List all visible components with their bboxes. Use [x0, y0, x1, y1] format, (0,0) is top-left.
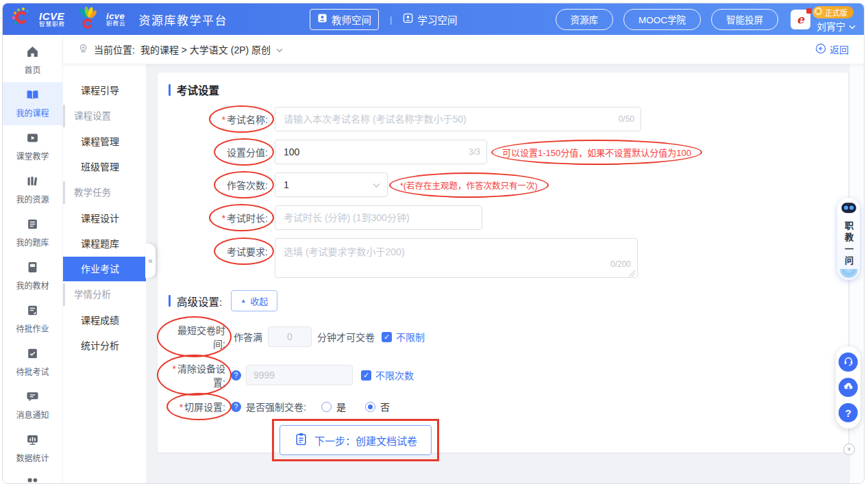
breadcrumb-location-label: 当前位置: [94, 42, 135, 56]
header-pill-nav: 资源库 MOOC学院 智能投屏 [556, 9, 779, 30]
annotation-ellipse: 最短交卷时间: [169, 323, 227, 350]
menu-item-course-management[interactable]: 课程管理 [63, 129, 146, 154]
exam-doc-icon [26, 347, 39, 362]
breadcrumb-bar: 当前位置: 我的课程 > 大学语文 (2P) 原创 返回 [63, 35, 864, 64]
menu-item-course-question-bank[interactable]: 课程题库 [63, 231, 146, 256]
unlimited-checkbox[interactable]: ✓ [382, 332, 392, 342]
sidebar-item-my-resources[interactable]: 我的资源 [3, 168, 62, 211]
menu-section-learning-analysis: 学情分析 [63, 283, 146, 306]
floating-toolbar: ? [836, 346, 860, 428]
attempts-row: 作答次数: 1 *(若存在主观题，作答次数只有一次) [169, 172, 848, 197]
sidebar-item-my-courses[interactable]: 我的课程 [3, 82, 62, 125]
screen-switch-label: 切屏设置: [184, 402, 225, 413]
menu-item-course-design[interactable]: 课程设计 [63, 206, 146, 231]
assistant-widget[interactable]: 职教一问 [837, 198, 860, 280]
force-submit-radio-no[interactable] [365, 402, 375, 412]
sidebar-item-message-notifications[interactable]: 消息通知 [3, 384, 62, 427]
learning-space-button[interactable]: 学习空间 [403, 12, 457, 27]
score-input[interactable] [275, 140, 487, 164]
menu-item-course-grades[interactable]: 课程成绩 [63, 308, 146, 333]
page-title: 考试设置 [177, 82, 219, 97]
sidebar-item-home[interactable]: 首页 [3, 39, 62, 82]
question-mark-icon: ? [845, 407, 851, 419]
min-submit-time-input[interactable] [268, 326, 312, 347]
score-hint: 可以设置1-150分值，如果不设置默认分值为100 [502, 148, 691, 158]
apps-grid-icon [26, 476, 39, 484]
next-step-button[interactable]: 下一步：创建文档试卷 [280, 425, 432, 455]
sidebar-item-my-question-bank[interactable]: 我的题库 [3, 211, 62, 255]
chevron-down-icon [373, 179, 380, 190]
menu-section-teaching-tasks: 教学任务 [63, 181, 146, 204]
collapse-button[interactable]: ▲ 收起 [231, 290, 277, 311]
smart-cast-button[interactable]: 智能投屏 [711, 9, 778, 30]
customer-service-button[interactable] [839, 352, 858, 372]
homework-doc-icon [26, 304, 39, 319]
triangle-up-icon: ▲ [240, 298, 246, 304]
unlimited-times-checkbox-label[interactable]: 不限次数 [375, 368, 414, 382]
force-submit-question: 是否强制交卷: [246, 400, 306, 413]
nav-divider: | [390, 14, 392, 25]
help-icon[interactable]: ? [231, 402, 241, 412]
requirements-row: 考试要求: 0/200 [169, 238, 848, 281]
section-accent-bar [169, 84, 171, 96]
attempts-select[interactable]: 1 [275, 172, 388, 197]
sidebar-item-pending-homework[interactable]: 待批作业 [3, 298, 62, 341]
zjy-peacock-logo-icon [75, 6, 100, 32]
close-icon[interactable]: × [843, 444, 855, 455]
help-button[interactable]: ? [839, 403, 858, 422]
exam-name-counter: 0/50 [619, 114, 634, 124]
menu-item-class-management[interactable]: 班级管理 [63, 155, 146, 179]
logo1-text: ICVE 智慧职教 [39, 11, 65, 28]
duration-input[interactable] [275, 205, 482, 230]
menu-item-statistics-analysis[interactable]: 统计分析 [63, 333, 146, 358]
min-submit-time-label: 最短交卷时间: [177, 325, 225, 350]
menu-collapse-handle[interactable]: « [145, 244, 156, 278]
min-submit-suffix: 分钟才可交卷 [317, 330, 375, 344]
clear-device-input[interactable] [246, 365, 353, 385]
resize-handle[interactable] [629, 270, 635, 277]
sidebar-item-third-party-apps[interactable]: 第三方应用 [3, 470, 62, 484]
attempts-label: 作答次数: [227, 180, 268, 191]
home-icon [26, 45, 39, 60]
annotation-ellipse: 设置分值: [225, 145, 269, 159]
sidebar-item-my-textbooks[interactable]: 我的教材 [3, 255, 62, 298]
menu-item-course-guide[interactable]: 课程引导 [63, 78, 146, 103]
breadcrumb[interactable]: 当前位置: 我的课程 > 大学语文 (2P) 原创 [78, 42, 283, 56]
teacher-space-button[interactable]: 教师空间 [310, 9, 379, 30]
mooc-college-button[interactable]: MOOC学院 [623, 9, 701, 30]
help-icon[interactable]: ? [231, 370, 241, 381]
force-submit-radio-yes-label[interactable]: 是 [336, 400, 346, 413]
textbook-icon [26, 261, 39, 276]
exam-name-row: *考试名称: 0/50 [169, 107, 848, 131]
score-label: 设置分值: [227, 147, 268, 158]
brand-area[interactable]: ICVE 智慧职教 icve 职教云 资源库教学平台 [10, 6, 227, 32]
unlimited-times-checkbox[interactable]: ✓ [361, 370, 371, 381]
advanced-settings-title: 高级设置: [177, 294, 222, 309]
cloud-download-icon [843, 381, 854, 395]
download-button[interactable] [839, 378, 858, 397]
message-bubble-icon [26, 390, 39, 405]
annotation-rect: 下一步：创建文档试卷 [272, 419, 439, 461]
chevron-down-icon[interactable] [276, 44, 283, 55]
menu-item-homework-exam[interactable]: 作业考试 [63, 257, 146, 281]
user-name: 刘宵宁 [817, 19, 856, 33]
back-button[interactable]: 返回 [815, 42, 849, 56]
min-submit-time-row: 最短交卷时间: 作答满 分钟才可交卷 ✓ 不限制 [169, 323, 848, 350]
requirements-textarea[interactable] [275, 238, 638, 278]
force-submit-radio-yes[interactable] [321, 402, 332, 412]
resource-library-button[interactable]: 资源库 [556, 9, 614, 30]
annotation-ellipse: *切屏设置: [178, 400, 227, 413]
sidebar-item-pending-exams[interactable]: 待批考试 [3, 341, 62, 384]
attempts-value: 1 [284, 179, 289, 190]
sidebar-item-data-statistics[interactable]: 数据统计 [3, 427, 62, 470]
exam-name-input[interactable] [275, 107, 641, 131]
sidebar-item-classroom-teaching[interactable]: 课堂教学 [3, 125, 62, 168]
annotation-ellipse: *(若存在主观题，作答次数只有一次) [400, 179, 538, 192]
unlimited-checkbox-label[interactable]: 不限制 [396, 330, 425, 344]
force-submit-radio-no-label[interactable]: 否 [380, 400, 390, 413]
clear-device-row: *清除设备设置: ? ✓ 不限次数 [169, 361, 848, 389]
menu-section-course-settings: 课程设置 [63, 105, 146, 127]
user-menu[interactable]: e 正式版 刘宵宁 [791, 6, 856, 33]
annotation-ellipse: 考试要求: [225, 244, 269, 258]
attempts-hint: *(若存在主观题，作答次数只有一次) [400, 181, 538, 191]
